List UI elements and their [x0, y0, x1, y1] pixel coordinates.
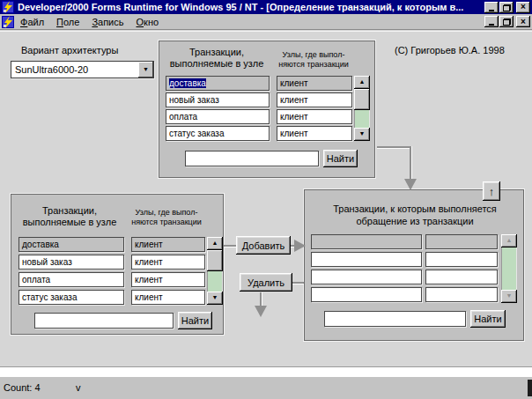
- column-header-nodes: Узлы, где выпол-: [124, 208, 209, 217]
- restore-button[interactable]: [499, 2, 514, 13]
- node-field[interactable]: [425, 270, 498, 284]
- architecture-value: SunUltra6000-20: [11, 62, 138, 78]
- node-field[interactable]: клиент: [131, 255, 205, 270]
- node-field[interactable]: [425, 234, 498, 249]
- arrow-right-icon: [294, 240, 306, 252]
- close-button[interactable]: ×: [516, 2, 530, 13]
- scrollbar[interactable]: ▲ ▼: [501, 234, 517, 303]
- document-icon[interactable]: [2, 16, 14, 28]
- remove-button[interactable]: Удалить: [240, 273, 292, 292]
- add-button[interactable]: Добавить: [236, 236, 291, 255]
- column-header-nodes-line2: няются транзакции: [272, 60, 355, 69]
- connector-line: [224, 245, 236, 247]
- scroll-to-top-button[interactable]: ↑: [483, 181, 500, 201]
- scroll-down-icon[interactable]: ▼: [354, 128, 370, 141]
- restore-icon: [503, 4, 511, 11]
- transaction-field[interactable]: статус заказа: [18, 290, 124, 305]
- mdi-minimize-button[interactable]: [484, 16, 499, 27]
- search-input[interactable]: [324, 311, 466, 327]
- search-input[interactable]: [185, 151, 319, 166]
- scroll-up-icon[interactable]: ▲: [501, 234, 517, 248]
- column-header-transactions: Транзакции,: [11, 205, 128, 216]
- panel-called-transactions: Транзакции, к которым выполняется обраще…: [304, 189, 524, 341]
- architecture-select[interactable]: SunUltra6000-20 ▼: [11, 61, 154, 78]
- status-bar: Count: 4 v: [0, 377, 532, 399]
- copyright-text: (С) Григорьев Ю.А. 1998: [395, 45, 505, 55]
- scroll-up-icon[interactable]: ▲: [354, 76, 370, 89]
- scrollbar[interactable]: ▲ ▼: [207, 237, 223, 305]
- transaction-field[interactable]: [311, 252, 422, 267]
- scroll-marker: v: [76, 382, 81, 393]
- column-header-nodes-line2: няются транзакции: [124, 218, 209, 226]
- arrow-down-icon: [404, 179, 417, 190]
- mdi-restore-button[interactable]: [499, 16, 514, 27]
- scrollbar-track[interactable]: [207, 271, 223, 292]
- status-corner-mark: [528, 380, 532, 396]
- transaction-field[interactable]: статус заказа: [166, 126, 270, 141]
- transaction-field[interactable]: [311, 287, 422, 302]
- column-header-transactions: Транзакции,: [159, 47, 274, 57]
- node-field[interactable]: клиент: [277, 109, 352, 124]
- transaction-field[interactable]: новый заказ: [166, 92, 270, 107]
- minimize-icon: [489, 10, 494, 11]
- scrollbar-thumb[interactable]: [207, 250, 223, 271]
- scrollbar-track[interactable]: [354, 110, 370, 128]
- node-field[interactable]: клиент: [277, 76, 352, 91]
- app-icon: [2, 1, 14, 13]
- find-button[interactable]: Найти: [178, 312, 212, 329]
- form-canvas: Вариант архитектуры SunUltra6000-20 ▼ (С…: [0, 31, 532, 366]
- connector-line: [260, 292, 262, 307]
- mdi-close-button[interactable]: ×: [516, 16, 530, 27]
- transaction-field[interactable]: [311, 270, 422, 284]
- transaction-field[interactable]: [311, 234, 422, 249]
- node-field[interactable]: [425, 252, 498, 267]
- node-field[interactable]: [425, 287, 498, 302]
- menu-record[interactable]: Запись: [85, 16, 129, 28]
- arrow-down-icon: [255, 306, 267, 317]
- window-title: Developer/2000 Forms Runtime for Windows…: [18, 2, 484, 12]
- record-count: Count: 4: [4, 382, 41, 393]
- search-input[interactable]: [34, 313, 174, 329]
- scroll-down-icon[interactable]: ▼: [501, 290, 517, 303]
- menu-field[interactable]: Поле: [50, 16, 85, 28]
- architecture-label: Вариант архитектуры: [21, 45, 118, 55]
- column-header-transactions-line2: выполняемые в узле: [11, 217, 128, 227]
- title-bar: Developer/2000 Forms Runtime for Windows…: [0, 0, 532, 14]
- column-header-transactions-line2: выполняемые в узле: [159, 58, 274, 69]
- column-header-nodes: Узлы, где выпол-: [272, 50, 355, 59]
- connector-line: [377, 146, 411, 148]
- restore-icon: [503, 18, 511, 26]
- find-button[interactable]: Найти: [470, 310, 506, 328]
- scrollbar-thumb[interactable]: [354, 89, 370, 110]
- panel-node-transactions-left: Транзакции, выполняемые в узле Узлы, где…: [11, 194, 224, 335]
- scroll-up-icon[interactable]: ▲: [207, 237, 223, 250]
- scroll-down-icon[interactable]: ▼: [207, 292, 223, 305]
- transaction-field[interactable]: доставка: [166, 76, 270, 91]
- dropdown-arrow-icon[interactable]: ▼: [138, 62, 153, 78]
- minimize-icon: [489, 24, 494, 26]
- node-field[interactable]: клиент: [131, 272, 205, 287]
- menu-bar: Файл Поле Запись Окно ×: [0, 14, 532, 30]
- transaction-field[interactable]: оплата: [18, 272, 124, 287]
- menu-window[interactable]: Окно: [130, 16, 166, 28]
- message-line: [0, 366, 532, 377]
- connector-line: [292, 282, 304, 284]
- node-field[interactable]: клиент: [277, 92, 352, 107]
- node-field[interactable]: клиент: [131, 237, 205, 252]
- node-field[interactable]: клиент: [131, 290, 205, 305]
- panel-header-line2: обращение из транзакции: [305, 216, 525, 226]
- minimize-button[interactable]: [484, 2, 499, 13]
- transaction-field[interactable]: новый заказ: [18, 255, 124, 270]
- panel-header: Транзакции, к которым выполняется: [305, 203, 525, 214]
- connector-line: [410, 146, 411, 180]
- menu-file[interactable]: Файл: [14, 16, 50, 28]
- panel-node-transactions-top: Транзакции, выполняемые в узле Узлы, где…: [159, 41, 375, 178]
- transaction-field[interactable]: оплата: [166, 109, 270, 124]
- transaction-field[interactable]: доставка: [18, 237, 124, 252]
- find-button[interactable]: Найти: [323, 150, 358, 167]
- node-field[interactable]: клиент: [277, 126, 352, 141]
- scrollbar-track[interactable]: [501, 248, 517, 290]
- scrollbar[interactable]: ▲ ▼: [354, 76, 370, 141]
